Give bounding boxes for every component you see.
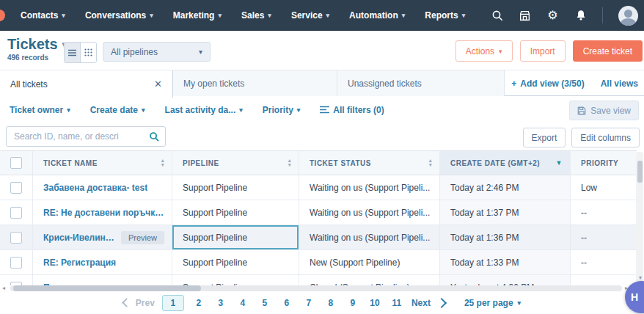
table-row[interactable]: Забавена доставка- test Support Pipeline… — [0, 175, 637, 200]
page-number-3[interactable]: 3 — [213, 296, 228, 310]
priority-cell[interactable]: -- — [571, 250, 637, 274]
sort-icon[interactable]: ▴▾ — [161, 158, 164, 167]
table-row[interactable]: RE: Регистрация Support Pipeline New (Su… — [0, 250, 637, 275]
status-cell[interactable]: Waiting on us (Support Pipeli... — [299, 225, 440, 249]
per-page-dropdown[interactable]: 25 per page▾ — [464, 298, 521, 308]
filter-last-activity[interactable]: Last activity da...▾ — [165, 105, 243, 115]
create-date-cell[interactable]: Today at 1:36 PM — [440, 225, 571, 249]
status-cell[interactable]: Closed (Support Pipeline) — [299, 275, 440, 285]
scroll-down-icon[interactable]: ▾ — [639, 275, 642, 281]
priority-cell[interactable]: Low — [571, 175, 637, 200]
create-ticket-button[interactable]: Create ticket — [573, 40, 643, 62]
row-checkbox[interactable] — [10, 257, 22, 269]
ticket-name-link[interactable]: Забавена доставка- test — [43, 183, 147, 193]
ticket-name-cell[interactable]: Потвърдително писмо — [33, 275, 172, 285]
scroll-left-icon[interactable]: ◂ — [2, 285, 5, 291]
priority-cell[interactable]: -- — [571, 200, 637, 224]
nav-item-conversations[interactable]: Conversations▾ — [85, 10, 153, 21]
filter-ticket-owner[interactable]: Ticket owner▾ — [10, 105, 70, 115]
select-all-checkbox[interactable] — [10, 157, 22, 169]
board-view-button[interactable] — [81, 43, 96, 62]
pipelines-dropdown[interactable]: All pipelines ▾ — [103, 42, 211, 62]
column-header-ticket-name[interactable]: TICKET NAME▴▾ — [33, 151, 172, 175]
row-checkbox[interactable] — [10, 232, 22, 244]
page-number-6[interactable]: 6 — [279, 296, 294, 310]
marketplace-icon[interactable] — [519, 10, 531, 22]
sort-descending-icon[interactable]: ▼ — [556, 161, 563, 165]
nav-item-marketing[interactable]: Marketing▾ — [173, 10, 222, 21]
ticket-name-link[interactable]: RE: Регистрация — [43, 258, 116, 268]
page-number-2[interactable]: 2 — [191, 296, 206, 310]
table-row[interactable]: RE: Не доставени поръчки ... Support Pip… — [0, 200, 637, 225]
filter-create-date[interactable]: Create date▾ — [90, 105, 145, 115]
page-title[interactable]: Tickets▾ — [7, 36, 66, 53]
page-number-11[interactable]: 11 — [389, 296, 404, 310]
create-date-cell[interactable]: Yesterday at 4:30 PM — [440, 275, 571, 285]
create-date-cell[interactable]: Today at 1:37 PM — [440, 200, 571, 224]
notifications-bell-icon[interactable] — [574, 10, 587, 22]
page-number-1[interactable]: 1 — [162, 295, 184, 311]
vertical-scrollbar[interactable] — [636, 152, 643, 282]
ticket-name-cell[interactable]: RE: Регистрация — [33, 250, 172, 274]
pipeline-cell[interactable]: Support Pipeline — [172, 200, 299, 224]
page-number-5[interactable]: 5 — [257, 296, 272, 310]
close-icon[interactable]: ✕ — [154, 78, 162, 90]
priority-cell[interactable]: -- — [571, 225, 637, 249]
all-views-link[interactable]: All views — [601, 78, 638, 89]
settings-gear-icon[interactable]: ⚙ — [546, 10, 559, 22]
pipeline-cell-selected[interactable]: Support Pipeline — [172, 225, 299, 249]
nav-item-automation[interactable]: Automation▾ — [349, 10, 405, 21]
list-view-button[interactable] — [65, 43, 81, 62]
preview-button[interactable]: Preview — [121, 231, 164, 244]
import-button[interactable]: Import — [520, 40, 566, 62]
nav-item-service[interactable]: Service▾ — [291, 10, 329, 21]
page-number-10[interactable]: 10 — [367, 296, 382, 310]
horizontal-scrollbar[interactable] — [10, 285, 622, 291]
all-filters-link[interactable]: All filters (0) — [320, 105, 384, 115]
actions-button[interactable]: Actions▾ — [455, 40, 513, 62]
page-number-9[interactable]: 9 — [345, 296, 360, 310]
search-input[interactable] — [7, 131, 149, 142]
save-view-button[interactable]: Save view — [569, 101, 639, 120]
ticket-name-cell[interactable]: Забавена доставка- test — [33, 175, 172, 200]
create-date-cell[interactable]: Today at 1:33 PM — [440, 250, 571, 274]
row-checkbox[interactable] — [10, 182, 22, 194]
next-page-button[interactable]: Next — [411, 298, 445, 308]
sort-icon[interactable]: ▴▾ — [429, 158, 432, 167]
tab-my-open-tickets[interactable]: My open tickets — [173, 70, 337, 97]
tab-all-tickets[interactable]: All tickets ✕ — [0, 70, 173, 98]
nav-item-sales[interactable]: Sales▾ — [241, 10, 271, 21]
priority-cell[interactable]: -- — [571, 275, 637, 285]
ticket-name-cell[interactable]: RE: Не доставени поръчки ... — [33, 200, 172, 224]
table-row[interactable]: Потвърдително писмо Support Pipeline Clo… — [0, 275, 637, 285]
column-header-priority[interactable]: PRIORITY — [571, 151, 637, 175]
column-header-create-date[interactable]: CREATE DATE (GMT+2)▼ — [440, 151, 571, 175]
filter-priority[interactable]: Priority▾ — [263, 105, 301, 115]
pipeline-cell[interactable]: Support Pipeline — [172, 275, 299, 285]
create-date-cell[interactable]: Today at 2:46 PM — [440, 175, 571, 200]
pipeline-cell[interactable]: Support Pipeline — [172, 250, 299, 274]
tab-unassigned-tickets[interactable]: Unassigned tickets — [337, 70, 505, 97]
vertical-scrollbar-thumb[interactable] — [637, 161, 643, 183]
status-cell[interactable]: Waiting on us (Support Pipeli... — [299, 200, 440, 224]
search-icon[interactable] — [491, 10, 503, 22]
edit-columns-button[interactable]: Edit columns — [571, 128, 640, 147]
nav-item-contacts[interactable]: Contacts▾ — [21, 10, 65, 21]
nav-item-reports[interactable]: Reports▾ — [425, 10, 465, 21]
column-header-pipeline[interactable]: PIPELINE▴▾ — [172, 151, 299, 175]
row-checkbox[interactable] — [10, 207, 22, 219]
export-button[interactable]: Export — [523, 128, 566, 147]
prev-page-button[interactable]: Prev — [123, 298, 155, 308]
table-row-hovered[interactable]: Криси-Ивелини...Preview Support Pipeline… — [0, 225, 637, 250]
add-view-link[interactable]: +Add view (3/50) — [511, 78, 584, 89]
page-number-8[interactable]: 8 — [323, 296, 338, 310]
page-number-7[interactable]: 7 — [301, 296, 316, 310]
user-avatar[interactable] — [618, 6, 638, 26]
column-header-ticket-status[interactable]: TICKET STATUS▴▾ — [299, 151, 440, 175]
search-icon[interactable] — [149, 131, 159, 142]
horizontal-scrollbar-thumb[interactable] — [13, 285, 201, 291]
pipeline-cell[interactable]: Support Pipeline — [172, 175, 299, 200]
ticket-name-link[interactable]: Криси-Ивелини... — [43, 233, 115, 243]
hubspot-logo[interactable] — [0, 10, 5, 21]
sort-icon[interactable]: ▴▾ — [288, 158, 291, 167]
